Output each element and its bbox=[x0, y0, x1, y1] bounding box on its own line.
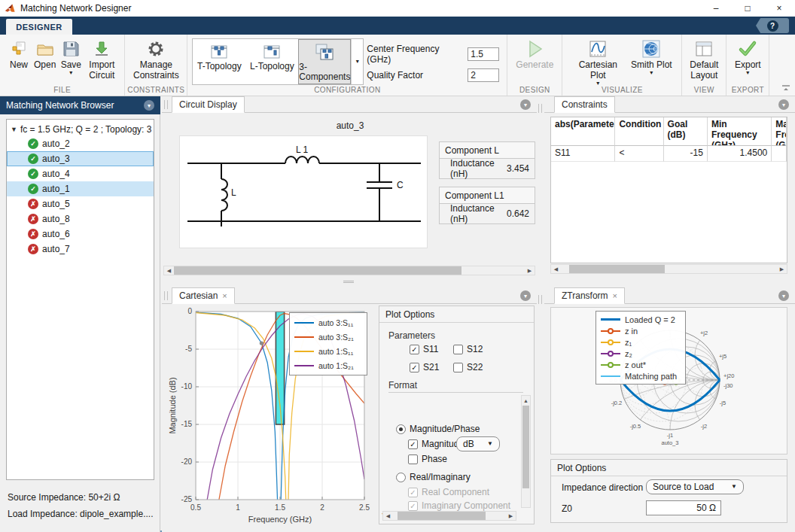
collapse-triangle-icon[interactable]: ▼ bbox=[11, 126, 17, 133]
scroll-right-arrow[interactable]: ▶ bbox=[525, 266, 535, 275]
scroll-left-arrow[interactable]: ◀ bbox=[164, 266, 174, 275]
scroll-left-arrow[interactable]: ◀ bbox=[551, 265, 561, 273]
svg-text:-5: -5 bbox=[185, 345, 192, 353]
save-button[interactable]: Save ▾ bbox=[58, 38, 84, 77]
scroll-right-arrow[interactable]: ▶ bbox=[506, 512, 516, 520]
gallery-dropdown-button[interactable]: ▾ bbox=[351, 39, 363, 84]
tab-circuit-display[interactable]: Circuit Display bbox=[172, 96, 245, 113]
svg-text:-j30: -j30 bbox=[723, 382, 733, 389]
legend-line-swatch bbox=[601, 318, 620, 321]
l-topology-button[interactable]: L-Topology bbox=[245, 39, 298, 84]
browser-item-auto_3[interactable]: ✓auto_3 bbox=[7, 151, 154, 166]
scroll-left-arrow[interactable]: ◀ bbox=[383, 512, 393, 520]
legend-line-swatch bbox=[601, 330, 620, 332]
panel-grip[interactable] bbox=[164, 100, 168, 109]
smith-plot-button[interactable]: Smith Plot ▾ bbox=[627, 38, 675, 77]
svg-text:auto_3: auto_3 bbox=[662, 439, 679, 446]
magnitude-phase-radio[interactable]: Magnitude/Phase bbox=[396, 424, 480, 434]
parameter-checkbox-S12[interactable]: S12 bbox=[453, 344, 483, 354]
horizontal-splitter[interactable] bbox=[343, 281, 354, 283]
collapse-ribbon-icon[interactable] bbox=[781, 84, 790, 93]
constraint-cell[interactable]: 1.4500 bbox=[708, 146, 772, 162]
browser-item-auto_8[interactable]: ✗auto_8 bbox=[7, 211, 154, 226]
checkbox-icon bbox=[410, 363, 419, 372]
magnitude-checkbox[interactable]: Magnitude bbox=[408, 439, 464, 449]
smith-plot-caret: ▾ bbox=[650, 71, 653, 75]
gear-icon bbox=[146, 39, 166, 59]
import-circuit-button[interactable]: Import Circuit bbox=[84, 38, 120, 83]
constraint-cell[interactable] bbox=[772, 146, 787, 162]
ztransform-panel-menu-button[interactable]: ▾ bbox=[778, 290, 789, 301]
close-tab-icon[interactable]: × bbox=[222, 291, 227, 300]
constraints-panel-menu-button[interactable]: ▾ bbox=[778, 99, 789, 110]
quality-factor-input[interactable]: 2 bbox=[468, 68, 499, 82]
browser-panel-menu-button[interactable]: ▾ bbox=[144, 100, 154, 111]
component-property-value[interactable]: 0.642 bbox=[507, 208, 529, 219]
tab-ztransform[interactable]: ZTransform × bbox=[554, 287, 625, 304]
default-layout-icon bbox=[694, 39, 714, 59]
real-imaginary-radio[interactable]: Real/Imaginary bbox=[396, 472, 471, 482]
real-component-checkbox: Real Component bbox=[408, 487, 489, 497]
checkbox-icon bbox=[408, 439, 418, 449]
browser-item-auto_2[interactable]: ✓auto_2 bbox=[7, 136, 154, 151]
t-topology-button[interactable]: T-Topology bbox=[193, 39, 245, 84]
browser-item-auto_5[interactable]: ✗auto_5 bbox=[7, 196, 154, 211]
open-button[interactable]: Open bbox=[32, 38, 58, 72]
impedance-direction-dropdown[interactable]: Source to Load ▼ bbox=[646, 479, 744, 494]
cartesian-plot-button[interactable]: Cartesian Plot ▾ bbox=[568, 38, 627, 87]
browser-item-auto_7[interactable]: ✗auto_7 bbox=[7, 242, 154, 257]
circuit-canvas[interactable]: L 1 L C bbox=[179, 135, 428, 248]
vertical-splitter[interactable] bbox=[537, 96, 544, 532]
tab-constraints[interactable]: Constraints bbox=[554, 96, 615, 113]
center-frequency-input[interactable]: 1.5 bbox=[468, 47, 499, 61]
close-button[interactable]: × bbox=[763, 0, 795, 17]
new-button[interactable]: New bbox=[6, 38, 32, 72]
generate-button[interactable]: Generate bbox=[515, 38, 554, 72]
svg-text:-25: -25 bbox=[181, 495, 193, 503]
parameter-checkbox-S21[interactable]: S21 bbox=[410, 362, 439, 372]
scroll-right-arrow[interactable]: ▶ bbox=[777, 265, 787, 273]
browser-item-auto_1[interactable]: ✓auto_1 bbox=[7, 181, 154, 196]
constraint-cell[interactable]: < bbox=[615, 146, 663, 162]
z0-input[interactable]: 50 Ω bbox=[646, 500, 721, 515]
panel-grip[interactable] bbox=[164, 291, 168, 300]
network-list: ▼ fc = 1.5 GHz; Q = 2 ; Topology: 3 ✓aut… bbox=[6, 119, 154, 480]
dropdown-caret-icon: ▼ bbox=[731, 485, 737, 489]
legend-entry: z out* bbox=[601, 359, 681, 370]
minimize-button[interactable]: – bbox=[700, 0, 732, 17]
maximize-button[interactable]: □ bbox=[732, 0, 763, 17]
checkbox-label: S12 bbox=[467, 344, 483, 354]
constraints-horizontal-scrollbar[interactable]: ◀ ▶ bbox=[550, 264, 787, 274]
constraint-row[interactable]: S11<-151.4500 bbox=[551, 146, 787, 162]
three-components-button[interactable]: 3-Components bbox=[298, 39, 351, 84]
phase-checkbox[interactable]: Phase bbox=[408, 454, 447, 464]
close-tab-icon[interactable]: × bbox=[613, 291, 617, 300]
component-property-value[interactable]: 3.454 bbox=[507, 163, 529, 174]
tab-cartesian[interactable]: Cartesian × bbox=[172, 287, 235, 304]
default-layout-button[interactable]: Default Layout bbox=[687, 38, 721, 83]
tree-root[interactable]: ▼ fc = 1.5 GHz; Q = 2 ; Topology: 3 bbox=[7, 122, 154, 136]
save-icon bbox=[61, 39, 81, 59]
export-button[interactable]: Export ▾ bbox=[731, 38, 764, 77]
constraint-cell[interactable]: S11 bbox=[551, 146, 615, 162]
help-button[interactable]: ? bbox=[756, 18, 789, 33]
circuit-panel-menu-button[interactable]: ▾ bbox=[520, 99, 531, 110]
manage-constraints-button[interactable]: Manage Constraints bbox=[129, 38, 182, 83]
format-vertical-scrollbar[interactable]: ▲ bbox=[521, 395, 531, 508]
checkbox-icon bbox=[453, 363, 463, 372]
impedance-direction-label: Impedance direction bbox=[562, 482, 643, 493]
tab-designer[interactable]: DESIGNER bbox=[6, 19, 72, 35]
parameter-checkbox-S22[interactable]: S22 bbox=[453, 362, 483, 372]
browser-item-auto_6[interactable]: ✗auto_6 bbox=[7, 226, 154, 242]
legend-line-swatch bbox=[294, 351, 314, 352]
checkbox-label: S21 bbox=[423, 362, 439, 372]
format-horizontal-scrollbar[interactable]: ◀ ▶ bbox=[382, 511, 516, 521]
parameter-checkbox-S11[interactable]: S11 bbox=[410, 344, 438, 354]
magnitude-unit-dropdown[interactable]: dB ▼ bbox=[456, 436, 500, 451]
constraint-cell[interactable]: -15 bbox=[664, 146, 708, 162]
imaginary-component-checkbox: Imaginary Component bbox=[408, 500, 510, 511]
circuit-horizontal-scrollbar[interactable]: ◀ ▶ bbox=[163, 266, 535, 275]
shunt-inductor-label: L bbox=[231, 187, 236, 198]
browser-item-auto_4[interactable]: ✓auto_4 bbox=[7, 166, 154, 181]
cartesian-panel-menu-button[interactable]: ▾ bbox=[520, 290, 531, 301]
